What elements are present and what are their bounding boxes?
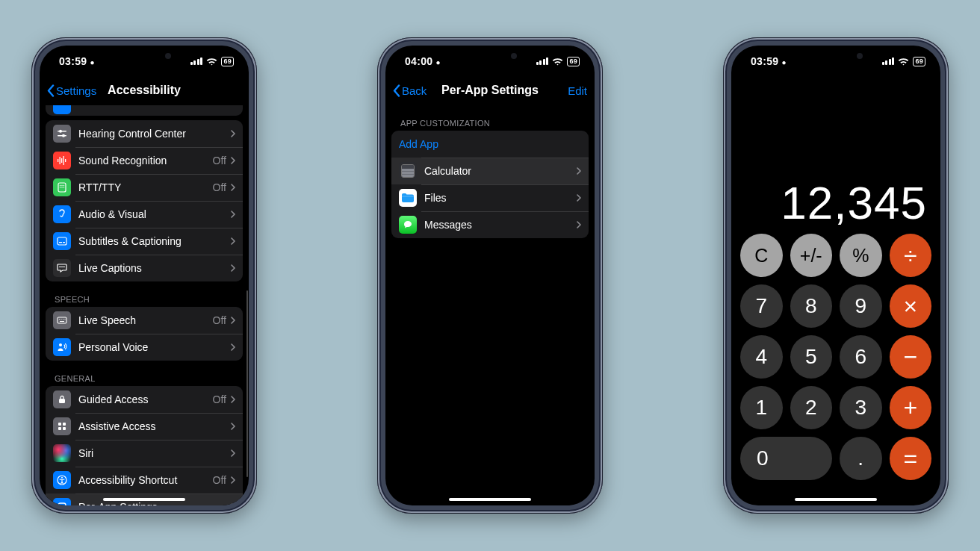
calc-minus-button[interactable]: − <box>890 335 932 379</box>
accessibility-shortcut-row[interactable]: Accessibility Shortcut Off <box>46 467 243 494</box>
calculator-phone: 03:59 ● 69 12,345 C+/-%÷789×456−123+0.= <box>723 37 949 514</box>
battery-icon: 69 <box>913 57 925 66</box>
accessibility-icon <box>53 471 71 489</box>
general-section-header: General <box>46 361 243 386</box>
calc-one-button[interactable]: 1 <box>740 386 783 429</box>
app-customization-header: App Customization <box>391 105 589 131</box>
chevron-right-icon <box>231 423 235 430</box>
cell-label: Hearing Control Center <box>78 128 231 140</box>
chevron-right-icon <box>231 449 235 457</box>
keyboard-icon <box>53 311 71 329</box>
chevron-right-icon <box>231 476 235 484</box>
guided-access-row[interactable]: Guided Access Off <box>46 386 243 413</box>
calc-seven-button[interactable]: 7 <box>740 284 783 328</box>
add-app-button[interactable]: Add App <box>391 131 589 158</box>
navbar: Back Per-App Settings Edit <box>385 75 595 105</box>
personal-voice-row[interactable]: Personal Voice <box>46 334 243 361</box>
home-indicator[interactable] <box>103 498 185 501</box>
chevron-right-icon <box>231 184 235 191</box>
battery-icon: 69 <box>221 57 234 66</box>
calc-nine-button[interactable]: 9 <box>840 284 882 328</box>
cell-label: Live Speech <box>78 314 213 326</box>
chevron-right-icon <box>577 194 581 202</box>
cell-label: Assistive Access <box>78 420 231 432</box>
audio-visual-row[interactable]: Audio & Visual <box>46 201 243 228</box>
cell-value: Off <box>213 314 226 326</box>
back-button[interactable]: Settings <box>47 84 96 97</box>
calculator-row[interactable]: Calculator <box>391 158 589 184</box>
assistive-access-row[interactable]: Assistive Access <box>46 413 243 440</box>
hearing-devices-icon <box>53 105 71 114</box>
cell-label: Guided Access <box>78 393 213 405</box>
cell-label: Personal Voice <box>78 341 231 353</box>
dynamic-island <box>110 46 179 66</box>
calc-four-button[interactable]: 4 <box>740 335 783 379</box>
cell-label: Sound Recognition <box>78 155 213 166</box>
rtt-tty-row[interactable]: RTT/TTY Off <box>46 174 243 201</box>
calc-clear-button[interactable]: C <box>740 234 783 277</box>
subtitles-captioning-row[interactable]: Subtitles & Captioning <box>46 228 243 255</box>
edit-button[interactable]: Edit <box>568 84 587 97</box>
sound-recognition-row[interactable]: Sound Recognition Off <box>46 147 243 174</box>
scrollbar-thumb[interactable] <box>246 290 249 477</box>
previous-group-peek <box>46 105 243 116</box>
status-time: 04:00 <box>405 55 432 67</box>
live-captions-row[interactable]: Live Captions <box>46 255 243 281</box>
calc-multiply-button[interactable]: × <box>890 284 932 328</box>
cell-value: Off <box>213 474 226 486</box>
calc-eight-button[interactable]: 8 <box>790 284 833 328</box>
calc-plus-button[interactable]: + <box>890 386 932 429</box>
wifi-icon <box>206 57 217 66</box>
live-speech-row[interactable]: Live Speech Off <box>46 307 243 334</box>
calc-plusminus-button[interactable]: +/- <box>790 234 833 277</box>
calc-two-button[interactable]: 2 <box>790 386 833 429</box>
person-wave-icon <box>53 338 71 356</box>
cell-signal-icon <box>882 57 895 65</box>
slider-icon <box>53 125 71 143</box>
accessibility-settings-phone: 03:59 ● 69 Settings Accessibility <box>31 37 257 514</box>
chevron-left-icon <box>47 84 55 97</box>
calc-equals-button[interactable]: = <box>890 437 932 480</box>
back-button[interactable]: Back <box>393 84 427 97</box>
messages-row[interactable]: Messages <box>391 211 589 238</box>
siri-icon <box>53 444 71 462</box>
cell-value: Off <box>213 155 226 166</box>
cell-label: Per-App Settings <box>78 501 231 505</box>
siri-row[interactable]: Siri <box>46 440 243 467</box>
back-label: Back <box>402 84 427 97</box>
phone-icon <box>53 178 71 196</box>
cell-label: Accessibility Shortcut <box>78 474 213 486</box>
cell-label: Live Captions <box>78 262 231 274</box>
home-indicator[interactable] <box>449 498 531 501</box>
dynamic-island <box>456 46 524 66</box>
navbar: Settings Accessibility <box>40 75 249 105</box>
calc-percent-button[interactable]: % <box>840 234 882 277</box>
calc-divide-button[interactable]: ÷ <box>890 234 932 277</box>
calc-three-button[interactable]: 3 <box>840 386 882 429</box>
home-indicator[interactable] <box>795 498 877 501</box>
chevron-right-icon <box>231 343 235 351</box>
cell-label: Subtitles & Captioning <box>78 235 231 247</box>
cell-label: Siri <box>78 447 231 459</box>
chevron-right-icon <box>231 503 235 505</box>
calc-zero-button[interactable]: 0 <box>740 437 832 480</box>
back-label: Settings <box>56 84 96 97</box>
chevron-right-icon <box>231 157 235 164</box>
app-label: Calculator <box>424 165 577 177</box>
battery-icon: 69 <box>567 57 580 66</box>
calc-five-button[interactable]: 5 <box>790 335 833 379</box>
status-indicator-icon: ● <box>436 58 441 66</box>
calc-decimal-button[interactable]: . <box>840 437 882 480</box>
cell-value: Off <box>213 181 226 193</box>
dynamic-island <box>801 46 870 66</box>
lock-icon <box>53 390 71 408</box>
app-label: Files <box>424 192 577 204</box>
calculator-value: 12,345 <box>781 176 927 229</box>
chevron-right-icon <box>577 167 581 175</box>
files-row[interactable]: Files <box>391 184 589 211</box>
status-indicator-icon: ● <box>782 58 787 66</box>
calc-six-button[interactable]: 6 <box>840 335 882 379</box>
hearing-control-center-row[interactable]: Hearing Control Center <box>46 120 243 147</box>
page-title: Per-App Settings <box>441 84 539 97</box>
add-app-label: Add App <box>399 138 581 150</box>
